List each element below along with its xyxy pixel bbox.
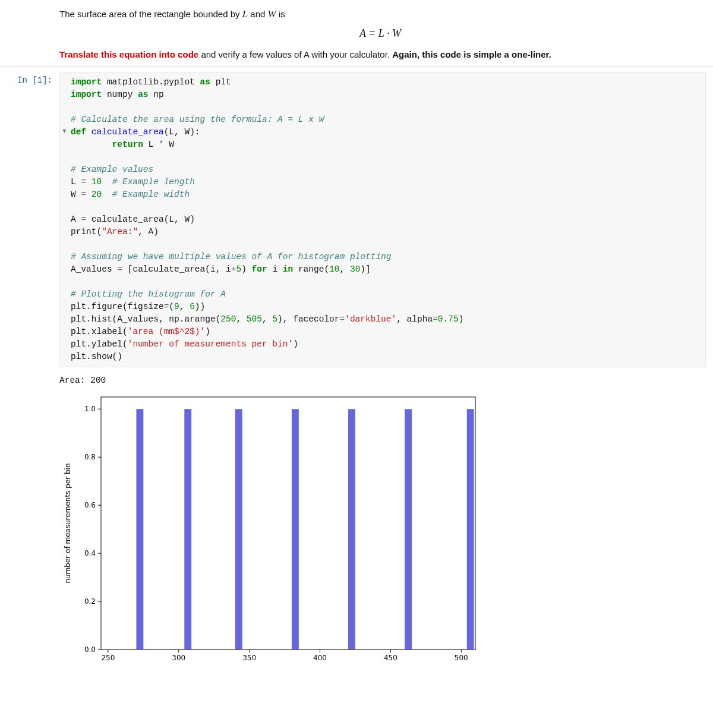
svg-text:number of measurements per bin: number of measurements per bin xyxy=(64,464,72,584)
svg-text:0.8: 0.8 xyxy=(84,453,96,461)
svg-rect-25 xyxy=(136,409,143,650)
intro-line: The surface area of the rectangle bounde… xyxy=(59,7,701,21)
intro-text-2: and xyxy=(250,9,267,19)
svg-rect-30 xyxy=(405,409,412,650)
equation-display: A = L · W xyxy=(59,27,701,40)
input-prompt: In [1]: xyxy=(0,72,59,85)
svg-text:0.0: 0.0 xyxy=(84,645,96,654)
svg-rect-29 xyxy=(348,409,355,650)
code-input-area[interactable]: ▼ import matplotlib.pyplot as plt import… xyxy=(59,72,706,367)
code-cell: In [1]: ▼ import matplotlib.pyplot as pl… xyxy=(0,67,713,367)
svg-rect-26 xyxy=(184,409,191,650)
svg-rect-31 xyxy=(467,409,474,650)
instruction-tail: Again, this code is simple a one-liner. xyxy=(392,49,551,59)
math-L: L xyxy=(242,8,248,20)
svg-text:1.0: 1.0 xyxy=(84,405,96,413)
markdown-cell: The surface area of the rectangle bounde… xyxy=(59,0,701,61)
code-block[interactable]: import matplotlib.pyplot as plt import n… xyxy=(71,76,699,363)
svg-text:0.4: 0.4 xyxy=(84,549,96,557)
svg-text:400: 400 xyxy=(313,654,327,662)
intro-text-3: is xyxy=(279,9,285,19)
svg-text:500: 500 xyxy=(455,654,468,662)
math-W: W xyxy=(268,8,276,20)
histogram-output: 0.00.20.40.60.81.0250300350400450500numb… xyxy=(59,391,713,670)
instruction-line: Translate this equation into code and ve… xyxy=(59,48,701,61)
svg-text:250: 250 xyxy=(101,654,115,662)
svg-text:0.6: 0.6 xyxy=(84,501,96,509)
red-instruction: Translate this equation into code xyxy=(59,49,198,59)
fold-triangle-icon[interactable]: ▼ xyxy=(61,127,68,134)
intro-text-1: The surface area of the rectangle bounde… xyxy=(59,9,242,19)
svg-text:450: 450 xyxy=(384,654,397,662)
instruction-mid: and verify a few values of A with your c… xyxy=(201,49,392,59)
svg-text:0.2: 0.2 xyxy=(84,597,96,606)
stdout-output: Area: 200 xyxy=(59,376,713,385)
svg-rect-28 xyxy=(292,409,299,650)
svg-rect-27 xyxy=(235,409,242,650)
svg-text:300: 300 xyxy=(172,654,185,662)
svg-text:350: 350 xyxy=(242,654,256,662)
svg-rect-0 xyxy=(101,397,475,650)
